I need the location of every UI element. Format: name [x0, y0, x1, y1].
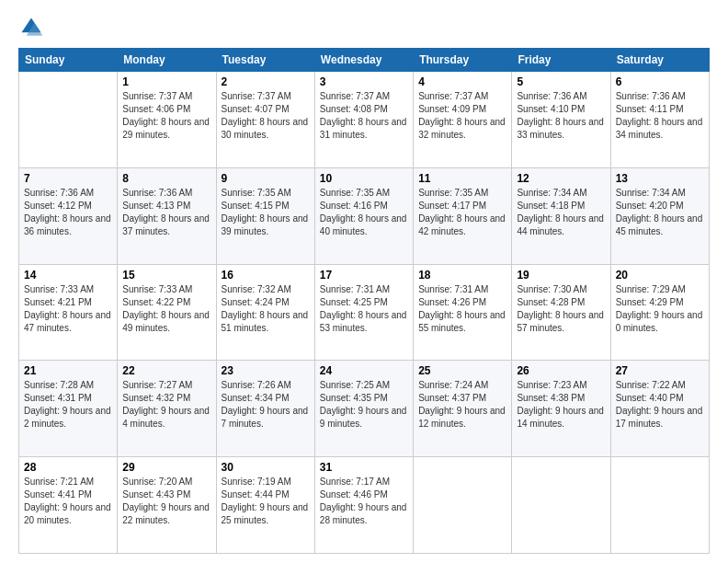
day-info: Sunrise: 7:34 AMSunset: 4:18 PMDaylight:…: [517, 187, 605, 238]
weekday-header: Tuesday: [216, 49, 314, 72]
calendar-cell: 21 Sunrise: 7:28 AMSunset: 4:31 PMDaylig…: [19, 361, 118, 457]
calendar-cell: 11 Sunrise: 7:35 AMSunset: 4:17 PMDaylig…: [414, 167, 512, 264]
calendar-week-row: 1 Sunrise: 7:37 AMSunset: 4:06 PMDayligh…: [19, 72, 710, 168]
day-info: Sunrise: 7:25 AMSunset: 4:35 PMDaylight:…: [320, 379, 408, 431]
day-number: 6: [616, 75, 704, 88]
day-number: 10: [320, 172, 408, 185]
day-info: Sunrise: 7:37 AMSunset: 4:07 PMDaylight:…: [222, 90, 310, 142]
day-number: 18: [418, 269, 506, 282]
day-number: 3: [320, 75, 408, 88]
day-number: 25: [418, 364, 506, 377]
day-info: Sunrise: 7:22 AMSunset: 4:40 PMDaylight:…: [616, 379, 704, 431]
day-number: 24: [320, 364, 408, 377]
weekday-header: Saturday: [610, 49, 709, 72]
day-info: Sunrise: 7:17 AMSunset: 4:46 PMDaylight:…: [320, 476, 408, 527]
day-info: Sunrise: 7:19 AMSunset: 4:44 PMDaylight:…: [222, 476, 310, 527]
calendar-week-row: 21 Sunrise: 7:28 AMSunset: 4:31 PMDaylig…: [19, 361, 710, 457]
calendar-cell: 31 Sunrise: 7:17 AMSunset: 4:46 PMDaylig…: [314, 457, 413, 554]
logo-icon: [18, 15, 44, 40]
day-number: 12: [517, 172, 605, 185]
day-info: Sunrise: 7:21 AMSunset: 4:41 PMDaylight:…: [24, 476, 112, 527]
day-number: 11: [418, 172, 506, 185]
day-info: Sunrise: 7:30 AMSunset: 4:28 PMDaylight:…: [517, 283, 605, 335]
calendar-cell: 19 Sunrise: 7:30 AMSunset: 4:28 PMDaylig…: [512, 264, 610, 361]
day-info: Sunrise: 7:33 AMSunset: 4:21 PMDaylight:…: [24, 283, 112, 335]
day-number: 29: [122, 461, 210, 474]
day-info: Sunrise: 7:27 AMSunset: 4:32 PMDaylight:…: [122, 379, 210, 431]
day-number: 5: [517, 75, 605, 88]
calendar-cell: 29 Sunrise: 7:20 AMSunset: 4:43 PMDaylig…: [118, 457, 216, 554]
calendar-cell: 10 Sunrise: 7:35 AMSunset: 4:16 PMDaylig…: [314, 167, 413, 264]
calendar-cell: 26 Sunrise: 7:23 AMSunset: 4:38 PMDaylig…: [512, 361, 610, 457]
calendar-cell: 4 Sunrise: 7:37 AMSunset: 4:09 PMDayligh…: [414, 72, 512, 168]
calendar-week-row: 7 Sunrise: 7:36 AMSunset: 4:12 PMDayligh…: [19, 167, 710, 264]
calendar-cell: 12 Sunrise: 7:34 AMSunset: 4:18 PMDaylig…: [512, 167, 610, 264]
calendar-cell: 8 Sunrise: 7:36 AMSunset: 4:13 PMDayligh…: [118, 167, 216, 264]
day-number: 13: [616, 172, 704, 185]
weekday-header: Friday: [512, 49, 610, 72]
day-info: Sunrise: 7:20 AMSunset: 4:43 PMDaylight:…: [122, 476, 210, 527]
page: SundayMondayTuesdayWednesdayThursdayFrid…: [0, 0, 728, 563]
calendar-week-row: 28 Sunrise: 7:21 AMSunset: 4:41 PMDaylig…: [19, 457, 710, 554]
calendar-cell: 3 Sunrise: 7:37 AMSunset: 4:08 PMDayligh…: [314, 72, 413, 168]
calendar-cell: 17 Sunrise: 7:31 AMSunset: 4:25 PMDaylig…: [314, 264, 413, 361]
day-number: 8: [122, 172, 210, 185]
day-number: 26: [517, 364, 605, 377]
weekday-header: Wednesday: [314, 49, 413, 72]
day-info: Sunrise: 7:31 AMSunset: 4:25 PMDaylight:…: [320, 283, 408, 335]
calendar-cell: 25 Sunrise: 7:24 AMSunset: 4:37 PMDaylig…: [414, 361, 512, 457]
calendar-cell: 28 Sunrise: 7:21 AMSunset: 4:41 PMDaylig…: [19, 457, 118, 554]
day-info: Sunrise: 7:24 AMSunset: 4:37 PMDaylight:…: [418, 379, 506, 431]
calendar-cell: 2 Sunrise: 7:37 AMSunset: 4:07 PMDayligh…: [216, 72, 314, 168]
calendar-cell: 18 Sunrise: 7:31 AMSunset: 4:26 PMDaylig…: [414, 264, 512, 361]
day-number: 23: [222, 364, 310, 377]
day-info: Sunrise: 7:29 AMSunset: 4:29 PMDaylight:…: [616, 283, 704, 335]
day-number: 16: [222, 269, 310, 282]
day-number: 28: [24, 461, 112, 474]
calendar-cell: 15 Sunrise: 7:33 AMSunset: 4:22 PMDaylig…: [118, 264, 216, 361]
day-info: Sunrise: 7:26 AMSunset: 4:34 PMDaylight:…: [222, 379, 310, 431]
day-info: Sunrise: 7:33 AMSunset: 4:22 PMDaylight:…: [122, 283, 210, 335]
calendar-cell: 5 Sunrise: 7:36 AMSunset: 4:10 PMDayligh…: [512, 72, 610, 168]
day-number: 9: [222, 172, 310, 185]
weekday-header: Monday: [118, 49, 216, 72]
day-number: 31: [320, 461, 408, 474]
day-info: Sunrise: 7:31 AMSunset: 4:26 PMDaylight:…: [418, 283, 506, 335]
calendar-cell: 27 Sunrise: 7:22 AMSunset: 4:40 PMDaylig…: [610, 361, 709, 457]
day-number: 4: [418, 75, 506, 88]
calendar-cell: 24 Sunrise: 7:25 AMSunset: 4:35 PMDaylig…: [314, 361, 413, 457]
day-number: 19: [517, 269, 605, 282]
day-info: Sunrise: 7:34 AMSunset: 4:20 PMDaylight:…: [616, 187, 704, 238]
day-info: Sunrise: 7:37 AMSunset: 4:09 PMDaylight:…: [418, 90, 506, 142]
calendar-cell: [610, 457, 709, 554]
day-info: Sunrise: 7:37 AMSunset: 4:06 PMDaylight:…: [122, 90, 210, 142]
weekday-header: Thursday: [414, 49, 512, 72]
calendar-cell: [19, 72, 118, 168]
day-number: 7: [24, 172, 112, 185]
day-number: 14: [24, 269, 112, 282]
day-number: 27: [616, 364, 704, 377]
day-info: Sunrise: 7:37 AMSunset: 4:08 PMDaylight:…: [320, 90, 408, 142]
day-info: Sunrise: 7:23 AMSunset: 4:38 PMDaylight:…: [517, 379, 605, 431]
calendar-cell: 30 Sunrise: 7:19 AMSunset: 4:44 PMDaylig…: [216, 457, 314, 554]
day-info: Sunrise: 7:35 AMSunset: 4:17 PMDaylight:…: [418, 187, 506, 238]
calendar-cell: [414, 457, 512, 554]
day-info: Sunrise: 7:35 AMSunset: 4:15 PMDaylight:…: [222, 187, 310, 238]
day-info: Sunrise: 7:36 AMSunset: 4:12 PMDaylight:…: [24, 187, 112, 238]
calendar-cell: 6 Sunrise: 7:36 AMSunset: 4:11 PMDayligh…: [610, 72, 709, 168]
calendar-cell: [512, 457, 610, 554]
calendar-cell: 23 Sunrise: 7:26 AMSunset: 4:34 PMDaylig…: [216, 361, 314, 457]
calendar-header-row: SundayMondayTuesdayWednesdayThursdayFrid…: [19, 49, 710, 72]
day-number: 21: [24, 364, 112, 377]
calendar: SundayMondayTuesdayWednesdayThursdayFrid…: [18, 48, 710, 554]
day-info: Sunrise: 7:28 AMSunset: 4:31 PMDaylight:…: [24, 379, 112, 431]
day-info: Sunrise: 7:36 AMSunset: 4:13 PMDaylight:…: [122, 187, 210, 238]
calendar-cell: 16 Sunrise: 7:32 AMSunset: 4:24 PMDaylig…: [216, 264, 314, 361]
calendar-cell: 14 Sunrise: 7:33 AMSunset: 4:21 PMDaylig…: [19, 264, 118, 361]
logo: [18, 15, 48, 40]
weekday-header: Sunday: [19, 49, 118, 72]
calendar-cell: 9 Sunrise: 7:35 AMSunset: 4:15 PMDayligh…: [216, 167, 314, 264]
calendar-cell: 1 Sunrise: 7:37 AMSunset: 4:06 PMDayligh…: [118, 72, 216, 168]
day-number: 2: [222, 75, 310, 88]
day-number: 17: [320, 269, 408, 282]
